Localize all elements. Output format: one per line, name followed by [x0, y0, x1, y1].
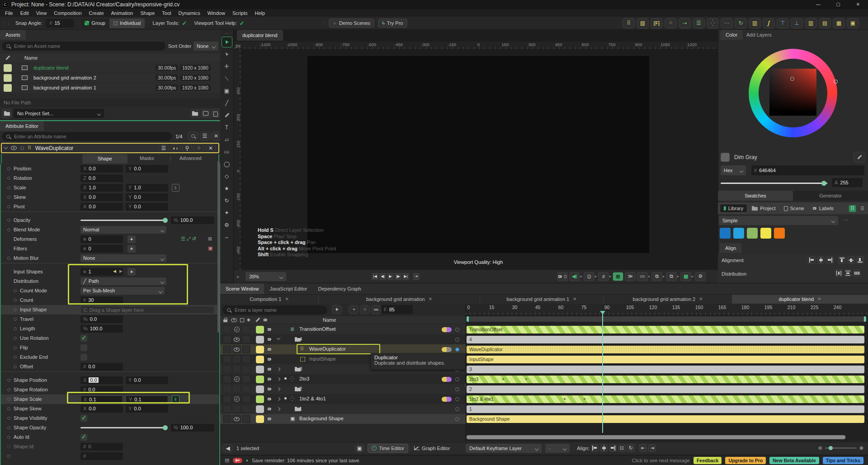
- menu-item[interactable]: Window: [204, 10, 228, 16]
- swatch-group-dropdown[interactable]: Simple: [719, 216, 838, 225]
- out-keyframe-toggle[interactable]: [447, 397, 452, 402]
- key-align-left-icon[interactable]: [591, 444, 599, 452]
- lock-column-icon[interactable]: [223, 318, 228, 323]
- clear-search-button[interactable]: ✕: [211, 132, 221, 141]
- snap-angle-field[interactable]: 15: [46, 19, 74, 28]
- add-input-shape-button[interactable]: +: [127, 268, 136, 276]
- selection-radio[interactable]: [455, 338, 459, 342]
- attr-row-shape-scale[interactable]: Shape Scale0.10.1∞: [1, 395, 219, 404]
- viewport-comp-tab[interactable]: duplicator blend: [237, 30, 283, 41]
- color-tab[interactable]: Color: [720, 30, 743, 40]
- tools-overflow[interactable]: ⋯: [225, 31, 229, 36]
- node-name[interactable]: WaveDuplicator: [35, 145, 73, 151]
- zoom-in-icon[interactable]: ⊕: [859, 445, 863, 451]
- distribute-h-icon[interactable]: [835, 269, 843, 277]
- key-step-back-icon[interactable]: ⇤: [639, 444, 647, 452]
- toolbar-grip[interactable]: ⋮⋮: [3, 21, 10, 26]
- shape-opacity-slider[interactable]: [80, 427, 165, 428]
- text-tool[interactable]: T: [222, 122, 232, 133]
- timeline-bar[interactable]: TransitionOffset: [467, 326, 864, 333]
- asset-search-input[interactable]: Enter an Asset name: [2, 42, 165, 51]
- dashed-box-icon[interactable]: ⊠: [208, 236, 212, 242]
- hex-field[interactable]: 646464: [751, 165, 864, 175]
- in-keyframe-toggle[interactable]: [442, 377, 447, 382]
- attr-row-input-shapes[interactable]: Input Shapes1◀▶+: [1, 267, 219, 277]
- menu-item[interactable]: Shape: [137, 10, 158, 16]
- project-tab[interactable]: Project: [748, 204, 779, 213]
- sort-order-dropdown[interactable]: None: [193, 42, 218, 51]
- color-swatch[interactable]: [747, 228, 758, 239]
- selection-radio[interactable]: [455, 387, 459, 391]
- label-visibility-icon[interactable]: 0: [557, 272, 568, 281]
- attr-row-input-shape[interactable]: Input ShapeDrag a Shape layer here: [1, 305, 219, 315]
- key-step-forward-icon[interactable]: ⇥: [648, 444, 656, 452]
- zoom-dropdown[interactable]: 39%: [245, 272, 286, 281]
- pick-column-icon[interactable]: [255, 318, 260, 322]
- tab-shape[interactable]: Shape: [82, 154, 127, 164]
- skip-icon[interactable]: ≫: [625, 272, 636, 281]
- asset-color-swatch[interactable]: [4, 84, 12, 92]
- asset-row[interactable]: background grid animation 2 30.00fps 192…: [0, 73, 220, 83]
- layer-name[interactable]: 2to3: [299, 376, 309, 381]
- guides-layout-icon[interactable]: ▦: [613, 272, 623, 281]
- isolate-icon[interactable]: ◔: [349, 305, 359, 314]
- color-swatch[interactable]: [733, 228, 744, 239]
- layer-row[interactable]: 2: [220, 384, 466, 394]
- group-button[interactable]: Group: [80, 19, 109, 28]
- solo-icon[interactable]: [20, 146, 24, 150]
- blade-tool[interactable]: ⟍: [222, 73, 232, 84]
- timeline-bar[interactable]: 1to2 & 4to1: [467, 395, 864, 403]
- flip-checkbox[interactable]: [80, 344, 87, 351]
- next-message-link[interactable]: Click to see next message: [632, 458, 690, 463]
- keyframe-dot[interactable]: [488, 398, 490, 400]
- layer-color-swatch[interactable]: [256, 405, 264, 413]
- attribute-search-input[interactable]: Enter an Attribute name: [2, 132, 172, 141]
- comp-tab[interactable]: background grid animation 2✕: [604, 295, 732, 304]
- tab-scene-window[interactable]: Scene Window: [220, 283, 264, 294]
- messages-icon[interactable]: ▤: [225, 457, 229, 463]
- menu-item[interactable]: Edit: [17, 10, 32, 16]
- comp-tab[interactable]: Composition 1✕: [220, 295, 319, 304]
- next-frame-button[interactable]: |▶: [394, 272, 402, 281]
- keyframe-dot[interactable]: [525, 378, 527, 380]
- comp-tab[interactable]: background grid animation✕: [319, 295, 480, 304]
- timeline-zoom-slider[interactable]: [825, 447, 857, 449]
- layer-search-input[interactable]: Enter a layer name: [222, 305, 327, 315]
- layer-color-swatch[interactable]: [256, 366, 264, 373]
- columns-icon[interactable]: ▥: [805, 18, 817, 28]
- align-left-icon[interactable]: [808, 256, 816, 264]
- menu-item[interactable]: File: [2, 10, 16, 16]
- star4-tool[interactable]: ✦: [222, 207, 232, 218]
- saturation-value-square[interactable]: [769, 69, 816, 116]
- move-tool[interactable]: ⇔: [222, 232, 232, 243]
- minimize-button[interactable]: —: [808, 0, 828, 9]
- attr-row-motion-blur[interactable]: Motion BlurNone: [1, 254, 219, 263]
- attr-row-count-mode[interactable]: Count ModePer Sub-Mesh: [1, 286, 219, 296]
- new-comp-button[interactable]: [201, 109, 210, 118]
- color-swatch[interactable]: [720, 228, 731, 239]
- grid-cells-icon[interactable]: ▦: [833, 18, 845, 28]
- align-tab[interactable]: Align: [720, 243, 741, 253]
- hue-marker[interactable]: [834, 80, 838, 84]
- layer-color-swatch[interactable]: [256, 385, 264, 393]
- add-layers-tab[interactable]: Add Layers: [746, 32, 772, 38]
- color-swatch[interactable]: [760, 228, 771, 239]
- asset-color-swatch[interactable]: [4, 74, 12, 82]
- asset-name[interactable]: duplicator blend: [33, 65, 69, 70]
- time-editor-button[interactable]: Time Editor: [368, 444, 408, 453]
- link-icon[interactable]: ∞: [172, 184, 179, 192]
- layer-color-swatch[interactable]: [256, 326, 264, 333]
- keyframe-toggle-icon[interactable]: ◖◗: [170, 144, 180, 152]
- selection-radio[interactable]: [455, 397, 459, 401]
- move-dots-icon[interactable]: ⁘: [194, 144, 204, 152]
- add-filter-button[interactable]: +: [127, 245, 136, 253]
- grid-icon[interactable]: #: [598, 272, 609, 281]
- layers-overlay-icon[interactable]: ⧉: [651, 272, 662, 281]
- menu-item[interactable]: Tool: [159, 10, 174, 16]
- layer-row[interactable]: ⠿WaveDuplicator: [220, 344, 466, 354]
- opacity-slider[interactable]: [80, 220, 165, 221]
- menu-item[interactable]: Create: [86, 10, 107, 16]
- attr-row-distribution[interactable]: Distribution╱Path: [1, 277, 219, 286]
- delete-asset-button[interactable]: [211, 109, 220, 118]
- tab-dependency-graph[interactable]: Dependency Graph: [313, 283, 367, 294]
